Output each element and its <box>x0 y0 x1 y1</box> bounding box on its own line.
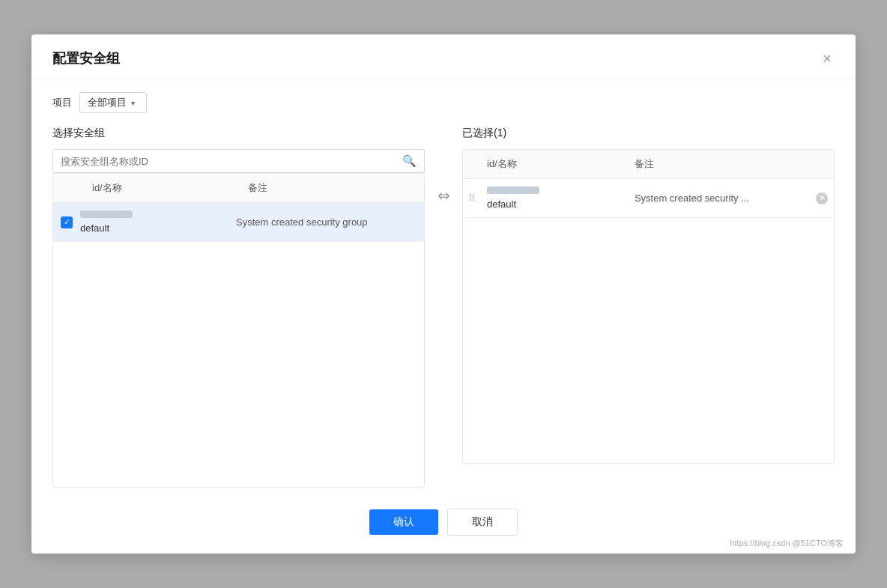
right-col-id-header: id/名称 <box>481 157 629 171</box>
right-table-header: id/名称 备注 <box>463 150 834 179</box>
left-col-id-header: id/名称 <box>80 181 236 195</box>
left-panel: 选择安全组 🔍 id/名称 备注 <box>52 127 425 488</box>
close-icon[interactable]: ✕ <box>816 193 828 204</box>
delete-button[interactable]: ✕ <box>810 193 834 204</box>
left-table-header: id/名称 备注 <box>53 174 424 203</box>
transfer-arrow: ⇔ <box>425 127 462 204</box>
right-col-id-val: default <box>481 187 629 210</box>
blurred-id <box>487 187 539 194</box>
close-button[interactable]: × <box>820 49 835 67</box>
search-input[interactable] <box>61 156 402 167</box>
transfer-icon: ⇔ <box>438 187 450 204</box>
modal-title: 配置安全组 <box>52 49 120 67</box>
right-panel: 已选择(1) id/名称 备注 ⠿ <box>462 127 835 464</box>
right-col-note-val: System created security ... <box>629 193 810 204</box>
table-row: ⠿ default System created security ... ✕ <box>463 179 834 218</box>
drag-handle[interactable]: ⠿ <box>463 193 481 204</box>
modal-body: 项目 全部项目 ▾ 选择安全组 🔍 <box>31 79 856 488</box>
checkbox-cell[interactable]: ✓ <box>53 216 80 228</box>
checkmark-icon: ✓ <box>64 218 70 226</box>
modal-header: 配置安全组 × <box>31 34 856 79</box>
configure-security-group-modal: 配置安全组 × 项目 全部项目 ▾ 选择安全组 <box>31 34 856 554</box>
chevron-down-icon: ▾ <box>131 99 135 107</box>
left-col-note-header: 备注 <box>236 181 424 195</box>
right-col-note-header: 备注 <box>629 157 810 171</box>
row-name: default <box>80 222 221 234</box>
confirm-button[interactable]: 确认 <box>369 509 438 535</box>
modal-footer: 确认 取消 <box>31 509 856 536</box>
left-col-id-val: default <box>80 210 224 234</box>
search-box: 🔍 <box>52 149 425 173</box>
right-panel-title-text: 已选择 <box>462 127 494 139</box>
left-table: id/名称 备注 ✓ defaul <box>52 173 425 488</box>
right-panel-title: 已选择(1) <box>462 127 835 140</box>
table-row[interactable]: ✓ default System created security group <box>53 203 424 242</box>
row-checkbox[interactable]: ✓ <box>61 216 73 228</box>
blurred-id <box>80 210 133 218</box>
project-select[interactable]: 全部项目 ▾ <box>79 92 147 113</box>
project-label: 项目 <box>52 96 72 109</box>
drag-col-header <box>463 157 481 171</box>
del-col-header <box>810 157 834 171</box>
left-panel-title: 选择安全组 <box>52 127 425 140</box>
row-name: default <box>487 198 623 210</box>
watermark: https://blog.csdn @51CTO博客 <box>730 538 844 549</box>
check-col-header <box>53 181 80 195</box>
right-table: id/名称 备注 ⠿ default System created securi… <box>462 149 835 464</box>
left-col-note-val: System created security group <box>224 216 424 228</box>
project-row: 项目 全部项目 ▾ <box>52 92 835 113</box>
cancel-button[interactable]: 取消 <box>447 509 518 536</box>
panels-container: 选择安全组 🔍 id/名称 备注 <box>52 127 835 488</box>
project-select-value: 全部项目 <box>88 96 127 109</box>
right-panel-count: (1) <box>494 127 506 139</box>
search-icon[interactable]: 🔍 <box>402 154 417 168</box>
